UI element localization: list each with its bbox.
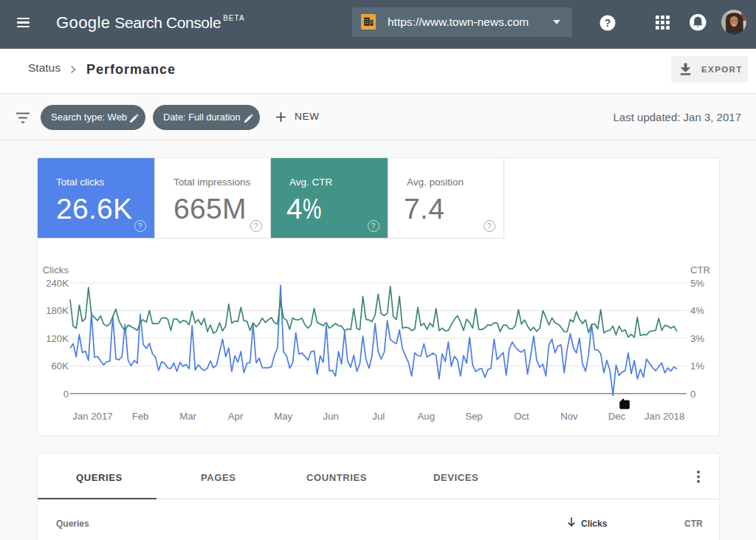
svg-text:Jul: Jul: [372, 411, 385, 422]
svg-text:5%: 5%: [690, 278, 704, 289]
svg-text:Dec: Dec: [608, 411, 626, 422]
svg-text:Clicks: Clicks: [43, 264, 69, 276]
svg-text:60K: 60K: [52, 360, 69, 372]
svg-text:Jan 2017: Jan 2017: [72, 411, 112, 422]
svg-text:120K: 120K: [46, 333, 69, 344]
svg-text:1%: 1%: [690, 360, 704, 372]
svg-text:Feb: Feb: [132, 411, 149, 422]
svg-text:Apr: Apr: [228, 411, 244, 422]
svg-text:CTR: CTR: [690, 264, 710, 276]
svg-text:?: ?: [605, 17, 611, 29]
svg-text:0: 0: [690, 389, 695, 400]
svg-text:3%: 3%: [690, 333, 704, 344]
svg-text:May: May: [274, 411, 292, 422]
svg-text:0: 0: [63, 389, 69, 400]
svg-text:Sep: Sep: [465, 411, 482, 422]
svg-text:Jan 2018: Jan 2018: [645, 411, 684, 422]
svg-text:Oct: Oct: [514, 411, 529, 422]
svg-text:180K: 180K: [46, 305, 69, 316]
svg-text:Aug: Aug: [418, 411, 435, 422]
svg-text:Nov: Nov: [560, 411, 578, 422]
svg-text:4%: 4%: [690, 305, 704, 316]
svg-text:Mar: Mar: [179, 411, 196, 422]
svg-text:240K: 240K: [46, 278, 69, 289]
svg-text:Jun: Jun: [323, 411, 339, 422]
